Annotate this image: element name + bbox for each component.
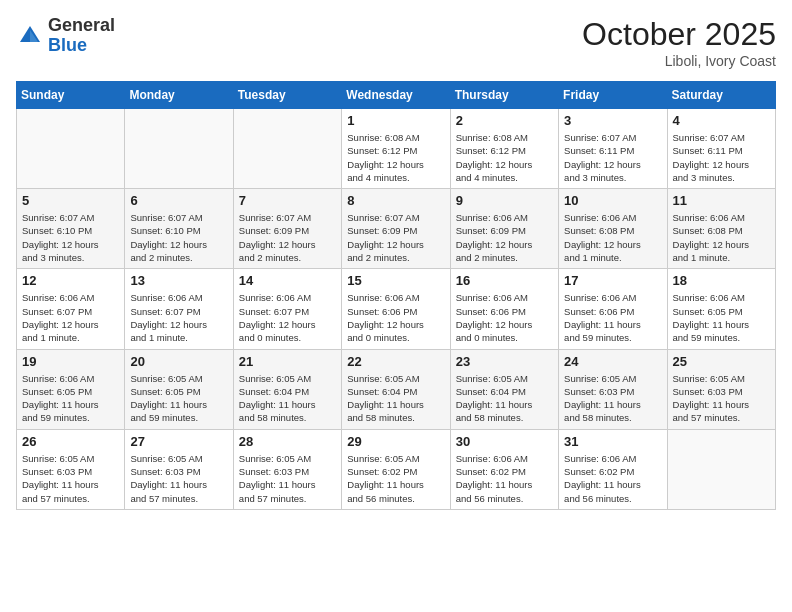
day-info: Sunrise: 6:06 AM Sunset: 6:07 PM Dayligh… [239,291,336,344]
day-info: Sunrise: 6:06 AM Sunset: 6:06 PM Dayligh… [456,291,553,344]
calendar-cell: 1Sunrise: 6:08 AM Sunset: 6:12 PM Daylig… [342,109,450,189]
calendar-cell: 26Sunrise: 6:05 AM Sunset: 6:03 PM Dayli… [17,429,125,509]
day-number: 16 [456,273,553,288]
day-number: 29 [347,434,444,449]
day-info: Sunrise: 6:06 AM Sunset: 6:02 PM Dayligh… [564,452,661,505]
day-info: Sunrise: 6:06 AM Sunset: 6:07 PM Dayligh… [130,291,227,344]
page-header: General Blue October 2025 Liboli, Ivory … [16,16,776,69]
day-number: 12 [22,273,119,288]
calendar-day-header: Monday [125,82,233,109]
day-info: Sunrise: 6:06 AM Sunset: 6:06 PM Dayligh… [564,291,661,344]
day-info: Sunrise: 6:06 AM Sunset: 6:08 PM Dayligh… [564,211,661,264]
calendar-cell: 18Sunrise: 6:06 AM Sunset: 6:05 PM Dayli… [667,269,775,349]
calendar-cell [125,109,233,189]
calendar-week-row: 19Sunrise: 6:06 AM Sunset: 6:05 PM Dayli… [17,349,776,429]
calendar-header-row: SundayMondayTuesdayWednesdayThursdayFrid… [17,82,776,109]
calendar-week-row: 26Sunrise: 6:05 AM Sunset: 6:03 PM Dayli… [17,429,776,509]
calendar-cell: 17Sunrise: 6:06 AM Sunset: 6:06 PM Dayli… [559,269,667,349]
day-number: 2 [456,113,553,128]
day-info: Sunrise: 6:05 AM Sunset: 6:04 PM Dayligh… [347,372,444,425]
day-number: 4 [673,113,770,128]
calendar-cell: 4Sunrise: 6:07 AM Sunset: 6:11 PM Daylig… [667,109,775,189]
calendar-cell: 23Sunrise: 6:05 AM Sunset: 6:04 PM Dayli… [450,349,558,429]
day-info: Sunrise: 6:05 AM Sunset: 6:02 PM Dayligh… [347,452,444,505]
day-number: 31 [564,434,661,449]
calendar-cell: 7Sunrise: 6:07 AM Sunset: 6:09 PM Daylig… [233,189,341,269]
day-info: Sunrise: 6:05 AM Sunset: 6:03 PM Dayligh… [22,452,119,505]
calendar-cell: 12Sunrise: 6:06 AM Sunset: 6:07 PM Dayli… [17,269,125,349]
calendar-week-row: 1Sunrise: 6:08 AM Sunset: 6:12 PM Daylig… [17,109,776,189]
calendar-cell: 24Sunrise: 6:05 AM Sunset: 6:03 PM Dayli… [559,349,667,429]
logo-blue: Blue [48,35,87,55]
day-number: 23 [456,354,553,369]
calendar-cell: 10Sunrise: 6:06 AM Sunset: 6:08 PM Dayli… [559,189,667,269]
day-number: 6 [130,193,227,208]
day-number: 26 [22,434,119,449]
day-number: 19 [22,354,119,369]
day-info: Sunrise: 6:07 AM Sunset: 6:10 PM Dayligh… [22,211,119,264]
calendar-week-row: 12Sunrise: 6:06 AM Sunset: 6:07 PM Dayli… [17,269,776,349]
day-number: 21 [239,354,336,369]
calendar-cell: 27Sunrise: 6:05 AM Sunset: 6:03 PM Dayli… [125,429,233,509]
day-info: Sunrise: 6:07 AM Sunset: 6:09 PM Dayligh… [347,211,444,264]
day-number: 11 [673,193,770,208]
day-info: Sunrise: 6:05 AM Sunset: 6:04 PM Dayligh… [456,372,553,425]
day-info: Sunrise: 6:07 AM Sunset: 6:11 PM Dayligh… [564,131,661,184]
day-number: 30 [456,434,553,449]
calendar-cell: 13Sunrise: 6:06 AM Sunset: 6:07 PM Dayli… [125,269,233,349]
day-info: Sunrise: 6:05 AM Sunset: 6:05 PM Dayligh… [130,372,227,425]
day-info: Sunrise: 6:06 AM Sunset: 6:09 PM Dayligh… [456,211,553,264]
calendar-cell: 6Sunrise: 6:07 AM Sunset: 6:10 PM Daylig… [125,189,233,269]
day-info: Sunrise: 6:08 AM Sunset: 6:12 PM Dayligh… [347,131,444,184]
logo-text: General Blue [48,16,115,56]
calendar-cell [233,109,341,189]
day-info: Sunrise: 6:05 AM Sunset: 6:03 PM Dayligh… [564,372,661,425]
calendar-cell: 16Sunrise: 6:06 AM Sunset: 6:06 PM Dayli… [450,269,558,349]
calendar-cell: 19Sunrise: 6:06 AM Sunset: 6:05 PM Dayli… [17,349,125,429]
day-info: Sunrise: 6:06 AM Sunset: 6:06 PM Dayligh… [347,291,444,344]
calendar-day-header: Tuesday [233,82,341,109]
logo-general: General [48,15,115,35]
calendar-cell: 29Sunrise: 6:05 AM Sunset: 6:02 PM Dayli… [342,429,450,509]
calendar-cell: 2Sunrise: 6:08 AM Sunset: 6:12 PM Daylig… [450,109,558,189]
day-number: 17 [564,273,661,288]
day-number: 14 [239,273,336,288]
calendar-week-row: 5Sunrise: 6:07 AM Sunset: 6:10 PM Daylig… [17,189,776,269]
day-number: 9 [456,193,553,208]
day-info: Sunrise: 6:05 AM Sunset: 6:03 PM Dayligh… [130,452,227,505]
calendar: SundayMondayTuesdayWednesdayThursdayFrid… [16,81,776,510]
calendar-cell: 11Sunrise: 6:06 AM Sunset: 6:08 PM Dayli… [667,189,775,269]
day-number: 25 [673,354,770,369]
calendar-cell: 25Sunrise: 6:05 AM Sunset: 6:03 PM Dayli… [667,349,775,429]
day-info: Sunrise: 6:06 AM Sunset: 6:05 PM Dayligh… [22,372,119,425]
day-number: 5 [22,193,119,208]
day-info: Sunrise: 6:06 AM Sunset: 6:08 PM Dayligh… [673,211,770,264]
day-info: Sunrise: 6:07 AM Sunset: 6:11 PM Dayligh… [673,131,770,184]
calendar-cell: 30Sunrise: 6:06 AM Sunset: 6:02 PM Dayli… [450,429,558,509]
day-info: Sunrise: 6:06 AM Sunset: 6:05 PM Dayligh… [673,291,770,344]
calendar-cell [17,109,125,189]
logo: General Blue [16,16,115,56]
day-number: 3 [564,113,661,128]
calendar-day-header: Thursday [450,82,558,109]
day-number: 7 [239,193,336,208]
calendar-cell: 20Sunrise: 6:05 AM Sunset: 6:05 PM Dayli… [125,349,233,429]
day-info: Sunrise: 6:07 AM Sunset: 6:09 PM Dayligh… [239,211,336,264]
calendar-cell: 5Sunrise: 6:07 AM Sunset: 6:10 PM Daylig… [17,189,125,269]
day-info: Sunrise: 6:07 AM Sunset: 6:10 PM Dayligh… [130,211,227,264]
day-number: 20 [130,354,227,369]
calendar-cell: 15Sunrise: 6:06 AM Sunset: 6:06 PM Dayli… [342,269,450,349]
calendar-day-header: Wednesday [342,82,450,109]
calendar-cell: 22Sunrise: 6:05 AM Sunset: 6:04 PM Dayli… [342,349,450,429]
calendar-cell [667,429,775,509]
calendar-cell: 28Sunrise: 6:05 AM Sunset: 6:03 PM Dayli… [233,429,341,509]
day-number: 13 [130,273,227,288]
calendar-cell: 14Sunrise: 6:06 AM Sunset: 6:07 PM Dayli… [233,269,341,349]
calendar-cell: 31Sunrise: 6:06 AM Sunset: 6:02 PM Dayli… [559,429,667,509]
day-number: 24 [564,354,661,369]
calendar-cell: 3Sunrise: 6:07 AM Sunset: 6:11 PM Daylig… [559,109,667,189]
calendar-day-header: Friday [559,82,667,109]
calendar-day-header: Sunday [17,82,125,109]
location: Liboli, Ivory Coast [582,53,776,69]
day-info: Sunrise: 6:08 AM Sunset: 6:12 PM Dayligh… [456,131,553,184]
